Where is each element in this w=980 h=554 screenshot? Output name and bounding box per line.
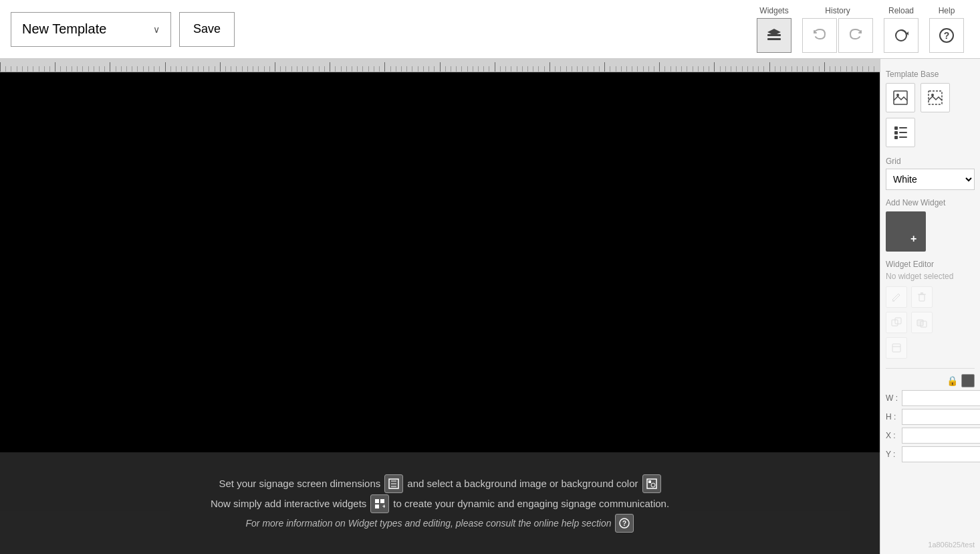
add-widget-label: Add New Widget: [886, 198, 975, 207]
svg-rect-36: [917, 320, 923, 326]
height-row: H :: [886, 409, 975, 425]
reload-label: Reload: [888, 6, 914, 15]
svg-rect-35: [895, 318, 901, 324]
lock-icon[interactable]: 🔒: [945, 374, 959, 387]
svg-rect-14: [375, 499, 379, 503]
help-canvas-icon: ?: [615, 514, 634, 533]
width-input[interactable]: [902, 390, 980, 406]
color-swatch[interactable]: [961, 374, 975, 387]
delete-widget-button[interactable]: [911, 286, 933, 308]
svg-text:?: ?: [944, 30, 950, 41]
svg-rect-28: [894, 131, 898, 134]
duplicate-widget-button[interactable]: [886, 312, 907, 333]
version-text: 1a806b25/test: [886, 535, 975, 549]
svg-rect-31: [919, 294, 925, 301]
history-icons: [802, 18, 873, 53]
template-name-button[interactable]: New Template ∨: [11, 12, 171, 47]
list-icon: [892, 124, 908, 141]
hint-text-2b: to create your dynamic and engaging sign…: [393, 494, 669, 514]
lock-color-row: 🔒: [886, 374, 975, 387]
height-input[interactable]: [902, 409, 980, 425]
ruler-marks: [0, 59, 880, 72]
image-icon: [892, 90, 908, 106]
undo-button[interactable]: [802, 18, 837, 53]
y-row: Y :: [886, 446, 975, 462]
layers-icon: [765, 27, 783, 44]
reload-icons: [884, 18, 918, 53]
widget-editor-label: Widget Editor: [886, 260, 975, 269]
template-list-button[interactable]: [886, 118, 915, 147]
add-widget-button[interactable]: +: [886, 211, 926, 252]
canvas-hint: Set your signage screen dimensions and s…: [0, 452, 880, 554]
copy-widget-button[interactable]: [886, 337, 907, 359]
pencil-icon: [890, 291, 902, 303]
move-widget-button[interactable]: [911, 312, 933, 333]
dimensions-icon: [384, 474, 403, 493]
svg-text:?: ?: [622, 520, 626, 527]
grid-label: Grid: [886, 157, 975, 166]
help-button[interactable]: ?: [929, 18, 964, 53]
redo-icon: [848, 27, 864, 43]
help-icons: ?: [929, 18, 964, 53]
duplicate-icon: [890, 316, 902, 329]
hint-line-2: Now simply add interactive widgets + to …: [32, 494, 848, 514]
save-button[interactable]: Save: [179, 12, 235, 47]
background-image-button[interactable]: [886, 83, 915, 112]
background-icon: [642, 474, 661, 493]
widgets-group: Widgets: [757, 6, 791, 53]
reload-group: Reload: [884, 6, 918, 53]
panel-divider: [886, 368, 975, 369]
widgets-label: Widgets: [759, 6, 788, 15]
trash-icon: [916, 291, 928, 303]
edit-widget-button[interactable]: [886, 286, 907, 308]
move-icon: [916, 316, 928, 329]
svg-rect-16: [375, 504, 379, 509]
history-group: History: [802, 6, 873, 53]
history-label: History: [825, 6, 850, 15]
svg-rect-27: [894, 126, 898, 130]
copy-icon: [890, 342, 902, 354]
reload-button[interactable]: [884, 18, 918, 53]
hint-text-2a: Now simply add interactive widgets: [211, 494, 366, 514]
svg-rect-0: [767, 38, 781, 40]
widgets-button[interactable]: [757, 18, 791, 53]
w-label: W :: [886, 393, 899, 403]
svg-point-13: [651, 483, 655, 487]
svg-rect-12: [648, 480, 651, 483]
template-base-label: Template Base: [886, 70, 975, 79]
template-list-icon-row: [886, 118, 975, 147]
hint-text-1a: Set your signage screen dimensions: [219, 474, 380, 494]
right-panel: Template Base: [880, 59, 980, 554]
template-name-label: New Template: [22, 21, 106, 37]
edit-delete-row: [886, 286, 975, 308]
svg-rect-24: [899, 127, 907, 128]
svg-text:+: +: [382, 503, 385, 509]
image-color-icon: [927, 90, 943, 106]
svg-rect-34: [892, 320, 898, 326]
no-widget-text: No widget selected: [886, 272, 975, 281]
reload-icon: [892, 27, 910, 44]
background-color-button[interactable]: [921, 83, 950, 112]
widget-cell-plus: +: [907, 233, 921, 245]
svg-rect-29: [894, 136, 898, 139]
x-label: X :: [886, 431, 899, 440]
main-content: Set your signage screen dimensions and s…: [0, 59, 980, 554]
help-group: Help ?: [929, 6, 964, 53]
add-widget-canvas-icon: +: [370, 494, 389, 513]
help-label: Help: [939, 6, 955, 15]
canvas[interactable]: Set your signage screen dimensions and s…: [0, 72, 880, 554]
svg-rect-25: [899, 132, 907, 133]
y-input[interactable]: [902, 446, 980, 462]
hint-text-1b: and select a background image or backgro…: [407, 474, 638, 494]
help-icon: ?: [938, 27, 955, 44]
hint-line-1: Set your signage screen dimensions and s…: [32, 474, 848, 494]
canvas-area: Set your signage screen dimensions and s…: [0, 59, 880, 554]
h-label: H :: [886, 412, 899, 422]
width-row: W :: [886, 390, 975, 406]
x-input[interactable]: [902, 428, 980, 444]
grid-select[interactable]: White Black Gray None: [886, 169, 975, 190]
svg-rect-38: [892, 344, 900, 352]
toolbar: New Template ∨ Save Widgets History: [0, 0, 980, 59]
redo-button[interactable]: [838, 18, 873, 53]
ruler-top: [0, 59, 880, 72]
